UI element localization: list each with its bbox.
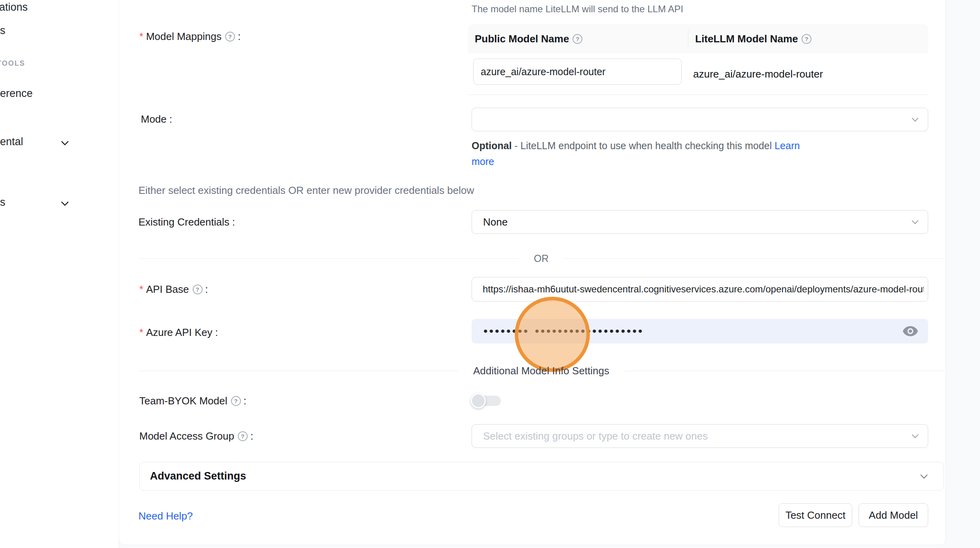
public-model-name-input[interactable] [473, 59, 682, 85]
api-base-input[interactable] [472, 277, 928, 301]
chevron-down-icon[interactable] [61, 199, 68, 206]
litellm-model-name-value: azure_ai/azure-model-router [693, 53, 823, 95]
toggle-password-visibility-icon[interactable] [903, 326, 918, 337]
model-mappings-label-text: Model Mappings [146, 30, 222, 43]
chevron-down-icon [912, 432, 918, 438]
chevron-down-icon[interactable] [61, 138, 68, 145]
help-question-icon[interactable]: ? [225, 32, 235, 42]
azure-api-key-input[interactable]: •••••••• ••••••••••••••••••• [472, 319, 928, 343]
column-header-text: LiteLLM Model Name [695, 33, 798, 45]
or-divider-text: OR [519, 253, 564, 264]
label-colon: : [244, 395, 246, 407]
model-access-group-label-text: Model Access Group [139, 430, 234, 442]
required-marker: * [139, 283, 143, 296]
chevron-down-icon [912, 218, 918, 224]
masked-key-dots: ••••••••••••••••••• [535, 325, 644, 337]
sidebar-item-s[interactable]: s [0, 25, 6, 37]
divider-line [138, 258, 519, 259]
divider-line [624, 371, 944, 371]
team-byok-label-text: Team-BYOK Model [139, 395, 227, 407]
existing-credentials-label: Existing Credentials : [138, 215, 235, 229]
test-connect-button[interactable]: Test Connect [779, 503, 852, 527]
table-header: Public Model Name ? LiteLLM Model Name ? [468, 24, 928, 53]
additional-settings-divider: Additional Model Info Settings [138, 366, 944, 375]
team-byok-label: Team-BYOK Model ? : [139, 394, 246, 408]
label-colon: : [215, 326, 218, 339]
model-mappings-table: Public Model Name ? LiteLLM Model Name ?… [468, 24, 928, 95]
or-divider: OR [138, 254, 944, 263]
model-access-group-placeholder: Select existing groups or type to create… [483, 430, 708, 442]
model-name-hint: The model name LiteLLM will send to the … [472, 4, 683, 15]
column-header-public-model-name: Public Model Name ? [468, 30, 688, 47]
mode-label-text: Mode [141, 113, 167, 125]
column-header-litellm-model-name: LiteLLM Model Name ? [688, 30, 928, 47]
table-row: azure_ai/azure-model-router [468, 53, 928, 95]
help-question-icon[interactable]: ? [802, 34, 811, 44]
label-colon: : [238, 30, 241, 43]
mode-hint-text: - LiteLLM endpoint to use when health ch… [512, 140, 774, 151]
existing-credentials-select[interactable]: None [472, 210, 928, 234]
mode-label: Mode : [141, 112, 172, 126]
chevron-down-icon [921, 472, 928, 479]
add-model-screen: ations s TOOLS erence ental s The model … [0, 0, 980, 548]
label-colon: : [169, 113, 172, 125]
additional-settings-divider-text: Additional Model Info Settings [458, 365, 624, 377]
existing-credentials-value: None [483, 216, 508, 228]
model-access-group-select[interactable]: Select existing groups or type to create… [472, 424, 928, 448]
api-base-label-text: API Base [146, 283, 189, 296]
existing-credentials-label-text: Existing Credentials [138, 216, 229, 228]
sidebar-item-erence[interactable]: erence [0, 87, 33, 100]
column-header-text: Public Model Name [475, 33, 569, 45]
divider-line [138, 371, 458, 371]
azure-api-key-label: * Azure API Key : [139, 326, 218, 339]
required-marker: * [139, 326, 143, 339]
help-question-icon[interactable]: ? [572, 34, 582, 44]
help-question-icon[interactable]: ? [193, 284, 203, 294]
masked-key-dots: •••••••• [483, 325, 529, 337]
sidebar-item-s2[interactable]: s [0, 196, 6, 209]
label-colon: : [232, 216, 235, 228]
label-colon: : [205, 283, 208, 296]
need-help-link[interactable]: Need Help? [138, 510, 193, 522]
mode-hint-bold: Optional [472, 140, 512, 151]
model-mappings-label: * Model Mappings ? : [139, 30, 241, 43]
sidebar-section-tools: TOOLS [0, 59, 25, 68]
sidebar-item-ations[interactable]: ations [0, 1, 28, 13]
divider-line [564, 258, 944, 259]
required-marker: * [139, 30, 143, 43]
team-byok-toggle-knob[interactable] [471, 393, 486, 408]
add-model-button[interactable]: Add Model [859, 503, 928, 527]
credentials-note: Either select existing credentials OR en… [138, 184, 474, 197]
api-base-label: * API Base ? : [139, 283, 208, 296]
help-question-icon[interactable]: ? [231, 396, 241, 406]
mode-hint: Optional - LiteLLM endpoint to use when … [472, 138, 812, 169]
sidebar: ations s TOOLS erence ental s [0, 0, 119, 548]
chevron-down-icon [912, 115, 918, 121]
advanced-settings-label: Advanced Settings [150, 470, 246, 482]
model-access-group-label: Model Access Group ? : [139, 429, 253, 443]
sidebar-item-ental[interactable]: ental [0, 136, 23, 148]
advanced-settings-toggle[interactable]: Advanced Settings [139, 462, 944, 491]
mode-select[interactable] [472, 108, 928, 131]
help-question-icon[interactable]: ? [238, 431, 248, 441]
label-colon: : [250, 430, 253, 442]
azure-api-key-label-text: Azure API Key [146, 326, 212, 339]
